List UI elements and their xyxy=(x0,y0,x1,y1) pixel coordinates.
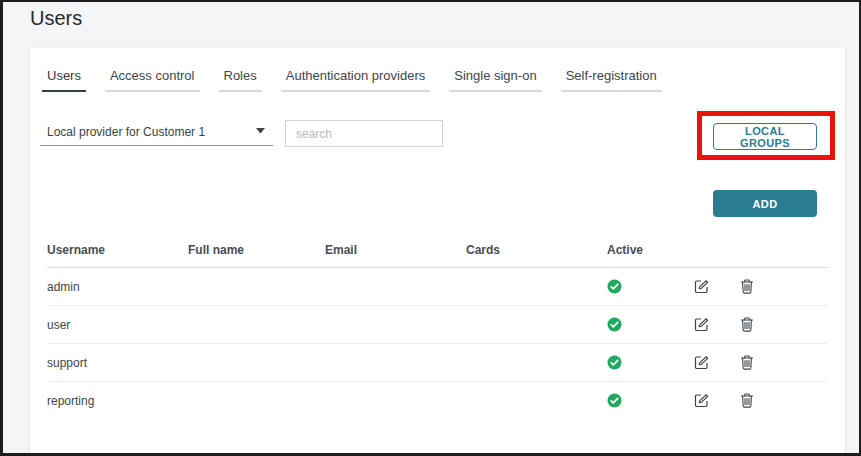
check-circle-icon xyxy=(607,355,622,370)
active-status-cell xyxy=(607,317,683,332)
cell-username: support xyxy=(47,356,188,370)
tab-self-registration[interactable]: Self-registration xyxy=(561,68,662,92)
column-header-username: Username xyxy=(47,243,188,257)
page-title: Users xyxy=(30,4,82,32)
local-groups-button[interactable]: LOCAL GROUPS xyxy=(713,123,817,150)
column-header-full-name: Full name xyxy=(188,243,325,257)
trash-icon[interactable] xyxy=(731,385,763,417)
provider-select[interactable]: Local provider for Customer 1 xyxy=(40,118,273,146)
tab-roles[interactable]: Roles xyxy=(219,68,262,92)
tab-access-control[interactable]: Access control xyxy=(105,68,200,92)
active-status-cell xyxy=(607,355,683,370)
column-header-active: Active xyxy=(607,243,683,257)
add-button[interactable]: ADD xyxy=(713,190,817,217)
users-admin-window: Users Users Access control Roles Authent… xyxy=(0,0,861,456)
caret-down-icon xyxy=(256,128,265,134)
check-circle-icon xyxy=(607,279,622,294)
table-row: user xyxy=(47,306,827,344)
users-card: Users Access control Roles Authenticatio… xyxy=(30,48,845,453)
tab-bar: Users Access control Roles Authenticatio… xyxy=(42,68,681,92)
column-header-cards: Cards xyxy=(466,243,607,257)
active-status-cell xyxy=(607,279,683,294)
search-input[interactable] xyxy=(285,120,443,147)
tab-single-sign-on[interactable]: Single sign-on xyxy=(449,68,541,92)
cell-username: reporting xyxy=(47,394,188,408)
trash-icon[interactable] xyxy=(731,271,763,303)
cell-username: admin xyxy=(47,280,188,294)
tab-authentication-providers[interactable]: Authentication providers xyxy=(281,68,430,92)
edit-icon[interactable] xyxy=(685,271,717,303)
provider-select-value: Local provider for Customer 1 xyxy=(47,125,205,139)
check-circle-icon xyxy=(607,317,622,332)
trash-icon[interactable] xyxy=(731,347,763,379)
active-status-cell xyxy=(607,393,683,408)
tab-users[interactable]: Users xyxy=(42,68,86,92)
table-row: support xyxy=(47,344,827,382)
check-circle-icon xyxy=(607,393,622,408)
edit-icon[interactable] xyxy=(685,385,717,417)
table-header-row: Username Full name Email Cards Active xyxy=(47,232,827,268)
trash-icon[interactable] xyxy=(731,309,763,341)
cell-username: user xyxy=(47,318,188,332)
table-row: reporting xyxy=(47,382,827,419)
users-table: Username Full name Email Cards Active ad… xyxy=(47,232,827,419)
edit-icon[interactable] xyxy=(685,347,717,379)
column-header-email: Email xyxy=(325,243,466,257)
edit-icon[interactable] xyxy=(685,309,717,341)
table-row: admin xyxy=(47,268,827,306)
